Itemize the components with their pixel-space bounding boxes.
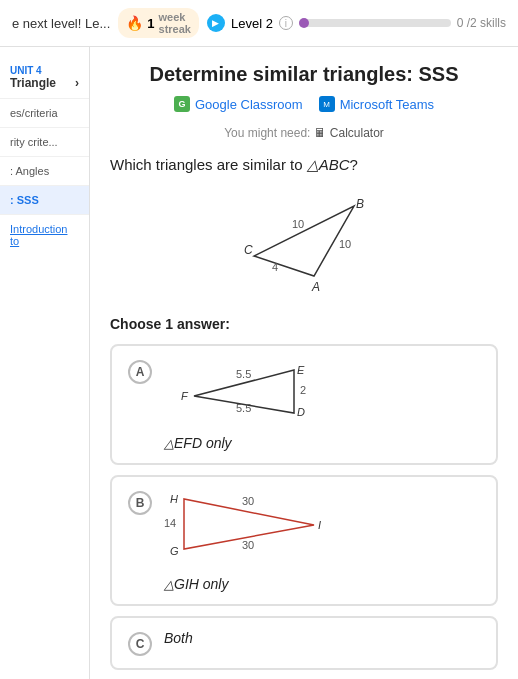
option-a-label: △EFD only — [164, 435, 480, 451]
streak-count: 1 — [147, 16, 154, 31]
fire-icon: 🔥 — [126, 15, 143, 31]
svg-text:E: E — [297, 364, 305, 376]
option-b-svg: H G I 14 30 30 — [164, 489, 334, 569]
svg-text:C: C — [244, 243, 253, 257]
microsoft-teams-btn[interactable]: M Microsoft Teams — [319, 96, 434, 112]
svg-text:14: 14 — [164, 517, 176, 529]
google-classroom-label: Google Classroom — [195, 97, 303, 112]
svg-text:5.5: 5.5 — [236, 402, 251, 414]
svg-text:4: 4 — [272, 261, 278, 273]
progress-indicator — [299, 18, 309, 28]
level-section: ▶ Level 2 i 0 /2 skills — [207, 14, 506, 32]
calculator-icon: 🖩 — [314, 126, 326, 140]
svg-text:30: 30 — [242, 539, 254, 551]
svg-text:G: G — [170, 545, 179, 557]
sidebar-item-sss[interactable]: : SSS — [0, 186, 89, 215]
google-classroom-btn[interactable]: G Google Classroom — [174, 96, 303, 112]
option-content-c: Both — [164, 630, 480, 646]
answer-option-c[interactable]: C Both — [110, 616, 498, 670]
main-triangle-diagram: C A B 4 10 10 — [110, 186, 498, 296]
svg-text:10: 10 — [292, 218, 304, 230]
main-triangle-svg: C A B 4 10 10 — [224, 186, 384, 296]
google-classroom-icon: G — [174, 96, 190, 112]
top-bar: e next level! Le... 🔥 1 weekstreak ▶ Lev… — [0, 0, 518, 47]
option-b-label: △GIH only — [164, 576, 480, 592]
option-content-a: E F D 5.5 5.5 2 △EFD only — [164, 358, 480, 451]
option-c-label: Both — [164, 630, 480, 646]
calculator-hint: You might need: 🖩 Calculator — [110, 126, 498, 140]
calculator-link[interactable]: 🖩 Calculator — [314, 126, 384, 140]
option-a-diagram: E F D 5.5 5.5 2 — [164, 358, 480, 431]
option-a-svg: E F D 5.5 5.5 2 — [164, 358, 324, 428]
sidebar-intro-link[interactable]: Introduction to — [0, 215, 89, 255]
svg-text:I: I — [318, 519, 321, 531]
streak-label: weekstreak — [159, 11, 191, 35]
option-circle-a: A — [128, 360, 152, 384]
sidebar-unit-section: UNIT 4 Triangle › — [0, 57, 89, 99]
svg-text:30: 30 — [242, 495, 254, 507]
svg-text:2: 2 — [300, 384, 306, 396]
svg-text:5.5: 5.5 — [236, 368, 251, 380]
microsoft-teams-icon: M — [319, 96, 335, 112]
play-icon[interactable]: ▶ — [207, 14, 225, 32]
chevron-icon: › — [75, 76, 79, 90]
sidebar-unit-title[interactable]: Triangle › — [10, 76, 79, 90]
svg-text:H: H — [170, 493, 178, 505]
question-text: Which triangles are similar to △ABC? — [110, 156, 498, 174]
progress-bar — [299, 19, 451, 27]
svg-text:10: 10 — [339, 238, 351, 250]
choose-label: Choose 1 answer: — [110, 316, 498, 332]
sidebar-item-criteria[interactable]: es/criteria — [0, 99, 89, 128]
svg-text:F: F — [181, 390, 189, 402]
sidebar-item-angles[interactable]: : Angles — [0, 157, 89, 186]
page-title: Determine similar triangles: SSS — [110, 63, 498, 86]
microsoft-teams-label: Microsoft Teams — [340, 97, 434, 112]
answer-option-b[interactable]: B H G I 14 30 30 — [110, 475, 498, 606]
level-label: Level 2 — [231, 16, 273, 31]
svg-text:D: D — [297, 406, 305, 418]
content-area: Determine similar triangles: SSS G Googl… — [90, 47, 518, 679]
share-buttons: G Google Classroom M Microsoft Teams — [110, 96, 498, 112]
sidebar-unit-label: UNIT 4 — [10, 65, 79, 76]
svg-text:A: A — [311, 280, 320, 294]
sidebar-item-rity[interactable]: rity crite... — [0, 128, 89, 157]
info-icon[interactable]: i — [279, 16, 293, 30]
option-circle-c: C — [128, 632, 152, 656]
option-content-b: H G I 14 30 30 △GIH only — [164, 489, 480, 592]
answer-option-a[interactable]: A E F D 5.5 5.5 — [110, 344, 498, 465]
streak-badge: 🔥 1 weekstreak — [118, 8, 199, 38]
svg-text:B: B — [356, 197, 364, 211]
main-layout: UNIT 4 Triangle › es/criteria rity crite… — [0, 47, 518, 679]
option-b-diagram: H G I 14 30 30 — [164, 489, 480, 572]
sidebar: UNIT 4 Triangle › es/criteria rity crite… — [0, 47, 90, 679]
skills-text: 0 /2 skills — [457, 16, 506, 30]
option-circle-b: B — [128, 491, 152, 515]
breadcrumb-text: e next level! Le... — [12, 16, 110, 31]
